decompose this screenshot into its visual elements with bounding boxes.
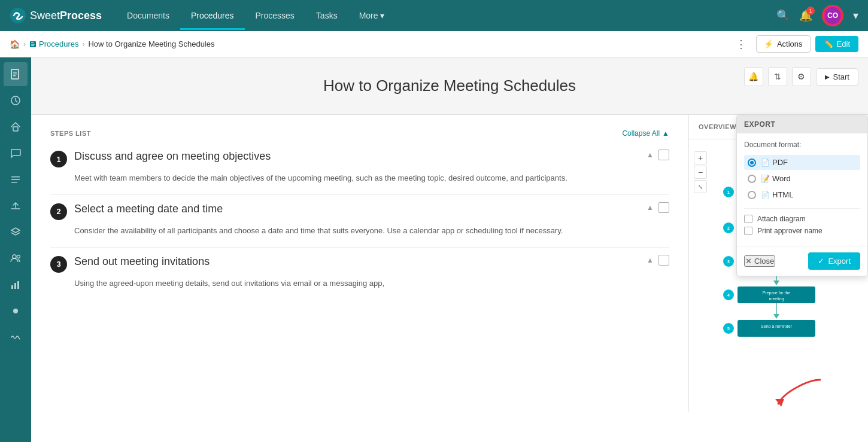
nav-tasks[interactable]: Tasks [305, 1, 348, 30]
svg-text:1: 1 [727, 190, 730, 194]
search-button[interactable]: 🔍 [776, 9, 790, 22]
steps-panel: STEPS LIST Collapse All ▲ 1 Discuss and … [31, 115, 688, 428]
sidebar-icon-wave[interactable] [4, 325, 28, 349]
nav-procedures[interactable]: Procedures [180, 1, 245, 30]
header-toolbar: 🔔 ⇅ ⚙ ▶ Start [744, 67, 858, 86]
start-button[interactable]: ▶ Start [816, 68, 858, 86]
svg-rect-55 [738, 320, 815, 337]
step-1-collapse-button[interactable]: ▲ [647, 151, 654, 159]
bell-icon-button[interactable]: 🔔 [744, 67, 763, 86]
svg-rect-7 [13, 74, 17, 74]
print-approver-checkbox[interactable]: Print approver name [744, 227, 860, 235]
breadcrumb-procedures-link[interactable]: Procedures [29, 39, 78, 48]
svg-marker-45 [773, 281, 779, 285]
export-section-label: Document format: [744, 141, 860, 149]
pdf-radio [748, 158, 756, 167]
step-3-collapse-button[interactable]: ▲ [647, 256, 654, 264]
procedure-title: How to Organize Meeting Schedules [55, 77, 844, 95]
edit-icon: ✏️ [824, 39, 833, 48]
logo[interactable]: SweetProcess [10, 7, 102, 24]
start-label: Start [833, 72, 849, 81]
zoom-out-button[interactable]: − [694, 166, 707, 179]
zoom-in-button[interactable]: + [694, 151, 707, 164]
sidebar-icon-document[interactable] [4, 62, 28, 86]
svg-text:2: 2 [727, 226, 730, 230]
step-1-number: 1 [50, 151, 67, 167]
sidebar-icon-upload[interactable] [4, 194, 28, 218]
logo-text: SweetProcess [30, 10, 102, 22]
step-2-collapse-button[interactable]: ▲ [647, 203, 654, 212]
sidebar-icon-home[interactable] [4, 115, 28, 139]
sidebar-icon-users[interactable] [4, 246, 28, 270]
breadcrumb-sep-2: › [82, 40, 84, 48]
breadcrumb-actions: ⋮ ⚡ Actions ✏️ Edit [731, 35, 858, 53]
svg-rect-11 [11, 176, 20, 178]
play-icon: ▶ [825, 74, 830, 80]
sidebar [0, 57, 31, 442]
svg-point-15 [17, 255, 20, 258]
export-footer: ✕ Close ✓ Export [737, 246, 867, 276]
actions-button[interactable]: ⚡ Actions [756, 35, 811, 53]
sidebar-icon-chat[interactable] [4, 141, 28, 165]
export-submit-button[interactable]: ✓ Export [808, 252, 860, 270]
step-2-checkbox[interactable] [658, 202, 669, 213]
svg-rect-10 [13, 127, 18, 131]
step-item-2: 2 Select a meeting date and time ▲ Consi… [50, 202, 669, 248]
svg-text:5: 5 [727, 327, 730, 331]
step-3-description: Using the agreed-upon meeting details, s… [74, 278, 669, 290]
close-label: Close [754, 257, 774, 266]
settings-icon-button[interactable]: ⇅ [768, 67, 787, 86]
step-item-3: 3 Send out meeting invitations ▲ Using t… [50, 255, 669, 300]
gear-icon-button[interactable]: ⚙ [792, 67, 811, 86]
chevron-up-icon: ▲ [662, 129, 669, 138]
svg-text:meeting: meeting [769, 297, 784, 301]
more-options-button[interactable]: ⋮ [731, 35, 751, 53]
account-dropdown-button[interactable]: ▾ [853, 9, 858, 22]
edit-button[interactable]: ✏️ Edit [815, 36, 858, 52]
step-1-checkbox[interactable] [658, 150, 669, 160]
zoom-controls: + − ⤡ [694, 151, 707, 193]
export-panel: EXPORT Document format: 📄 PDF [736, 115, 868, 276]
step-2-header: 2 Select a meeting date and time ▲ [50, 202, 669, 220]
svg-point-19 [13, 309, 18, 313]
avatar[interactable]: CO [824, 6, 842, 25]
nav-documents[interactable]: Documents [116, 1, 180, 30]
nav-processes[interactable]: Processes [245, 1, 305, 30]
svg-point-0 [10, 8, 26, 23]
collapse-all-button[interactable]: Collapse All ▲ [622, 129, 669, 138]
step-3-checkbox[interactable] [658, 255, 669, 266]
svg-rect-16 [11, 285, 13, 289]
svg-rect-18 [17, 281, 19, 289]
svg-marker-52 [773, 314, 779, 319]
export-panel-body: Document format: 📄 PDF [737, 133, 867, 246]
collapse-all-label: Collapse All [622, 129, 660, 138]
close-x-icon: ✕ [745, 257, 752, 266]
attach-diagram-checkbox[interactable]: Attach diagram [744, 215, 860, 223]
svg-point-14 [13, 255, 16, 258]
step-item-1: 1 Discuss and agree on meeting objective… [50, 150, 669, 195]
export-option-html[interactable]: 📄 HTML [744, 187, 860, 202]
sidebar-icon-layers[interactable] [4, 220, 28, 244]
sidebar-icon-list[interactable] [4, 167, 28, 191]
nav-more[interactable]: More ▾ [348, 1, 396, 30]
close-export-button[interactable]: ✕ Close [744, 255, 775, 267]
step-3-header: 3 Send out meeting invitations ▲ [50, 255, 669, 273]
attach-diagram-label: Attach diagram [757, 215, 806, 223]
sidebar-icon-dot[interactable] [4, 299, 28, 323]
svg-text:Prepare for the: Prepare for the [763, 291, 791, 295]
svg-rect-8 [13, 75, 16, 76]
svg-text:3: 3 [727, 260, 730, 264]
breadcrumb-current-page: How to Organize Meeting Schedules [88, 39, 214, 48]
word-label: 📝 Word [761, 174, 791, 183]
nav-right-area: 🔍 🔔 1 CO ▾ [776, 5, 858, 26]
notifications-button[interactable]: 🔔 1 [799, 9, 812, 22]
steps-list-label: STEPS LIST [50, 130, 91, 137]
home-icon[interactable]: 🏠 [10, 39, 20, 49]
export-option-word[interactable]: 📝 Word [744, 171, 860, 186]
sidebar-icon-chart[interactable] [4, 273, 28, 297]
sidebar-icon-clock[interactable] [4, 89, 28, 112]
step-3-controls: ▲ [647, 255, 669, 266]
zoom-fit-button[interactable]: ⤡ [694, 180, 707, 193]
export-option-pdf[interactable]: 📄 PDF [744, 155, 860, 170]
content-area: How to Organize Meeting Schedules 🔔 ⇅ ⚙ … [31, 57, 868, 442]
